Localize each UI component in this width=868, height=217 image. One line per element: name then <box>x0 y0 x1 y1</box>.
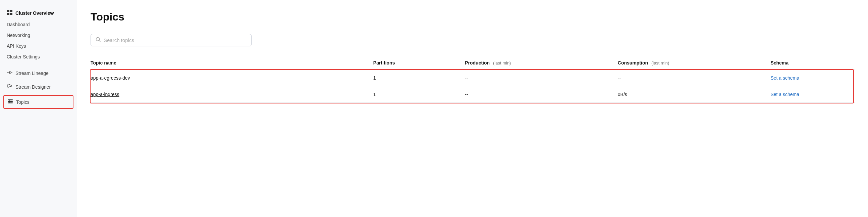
sidebar-item-networking[interactable]: Networking <box>0 30 77 40</box>
cluster-overview-label: Cluster Overview <box>16 10 54 16</box>
sidebar-item-stream-designer[interactable]: Stream Designer <box>0 80 77 94</box>
col-header-consumption: Consumption (last min) <box>618 56 771 70</box>
lineage-icon <box>7 70 13 77</box>
sidebar-item-label: Cluster Settings <box>7 54 40 59</box>
table-row: app-a-egreess-dev 1 -- -- Set a schema <box>91 70 855 86</box>
cell-consumption: -- <box>618 70 771 86</box>
svg-point-8 <box>9 72 10 73</box>
svg-rect-11 <box>8 103 13 104</box>
sidebar-item-label: Dashboard <box>7 22 30 27</box>
topics-table-wrapper: Topic name Partitions Production (last m… <box>91 56 855 103</box>
svg-rect-3 <box>10 13 12 15</box>
sidebar-item-label: Networking <box>7 33 30 38</box>
cell-topic-name: app-a-ingress <box>91 86 373 103</box>
topic-name-link[interactable]: app-a-ingress <box>91 92 119 97</box>
sidebar-item-label: Topics <box>16 100 30 105</box>
main-content: Topics Topic name Partitions <box>77 0 868 217</box>
table-body: app-a-egreess-dev 1 -- -- Set a schema a… <box>91 70 855 103</box>
sidebar-item-label: Stream Designer <box>16 84 51 90</box>
sidebar-item-cluster-settings[interactable]: Cluster Settings <box>0 51 77 62</box>
col-header-topic-name: Topic name <box>91 56 373 70</box>
cell-topic-name: app-a-egreess-dev <box>91 70 373 86</box>
cluster-overview-header[interactable]: Cluster Overview <box>0 7 77 19</box>
search-box-container <box>91 34 252 46</box>
svg-line-14 <box>99 40 101 42</box>
topics-icon <box>7 99 13 106</box>
search-input[interactable] <box>104 37 247 43</box>
page-title: Topics <box>91 11 855 23</box>
topic-name-link[interactable]: app-a-egreess-dev <box>91 75 130 81</box>
topics-table: Topic name Partitions Production (last m… <box>91 56 855 103</box>
cell-schema: Set a schema <box>770 86 855 103</box>
cell-production: -- <box>465 86 618 103</box>
search-box-wrapper <box>91 34 855 46</box>
sidebar: Cluster Overview Dashboard Networking AP… <box>0 0 77 217</box>
svg-rect-4 <box>7 72 9 73</box>
sidebar-item-topics[interactable]: Topics <box>3 95 73 109</box>
cell-consumption: 0B/s <box>618 86 771 103</box>
svg-rect-5 <box>11 72 12 73</box>
cell-production: -- <box>465 70 618 86</box>
svg-rect-12 <box>9 100 10 103</box>
sidebar-item-stream-lineage[interactable]: Stream Lineage <box>0 66 77 80</box>
col-header-production: Production (last min) <box>465 56 618 70</box>
svg-rect-1 <box>10 10 12 12</box>
svg-rect-0 <box>7 10 9 12</box>
designer-icon <box>7 83 13 90</box>
sidebar-item-label: Stream Lineage <box>16 71 49 76</box>
cell-schema: Set a schema <box>770 70 855 86</box>
set-schema-link[interactable]: Set a schema <box>770 92 799 97</box>
col-header-partitions: Partitions <box>373 56 465 70</box>
svg-rect-2 <box>7 13 9 15</box>
svg-rect-9 <box>8 100 13 101</box>
table-header-row: Topic name Partitions Production (last m… <box>91 56 855 70</box>
sidebar-item-label: API Keys <box>7 43 26 49</box>
col-header-schema: Schema <box>770 56 855 70</box>
set-schema-link[interactable]: Set a schema <box>770 75 799 81</box>
cell-partitions: 1 <box>373 86 465 103</box>
cell-partitions: 1 <box>373 70 465 86</box>
grid-icon <box>7 9 13 17</box>
svg-rect-10 <box>8 101 13 102</box>
svg-rect-6 <box>9 71 11 72</box>
table-row: app-a-ingress 1 -- 0B/s Set a schema <box>91 86 855 103</box>
search-icon <box>96 37 101 43</box>
sidebar-item-dashboard[interactable]: Dashboard <box>0 19 77 30</box>
sidebar-item-api-keys[interactable]: API Keys <box>0 40 77 51</box>
